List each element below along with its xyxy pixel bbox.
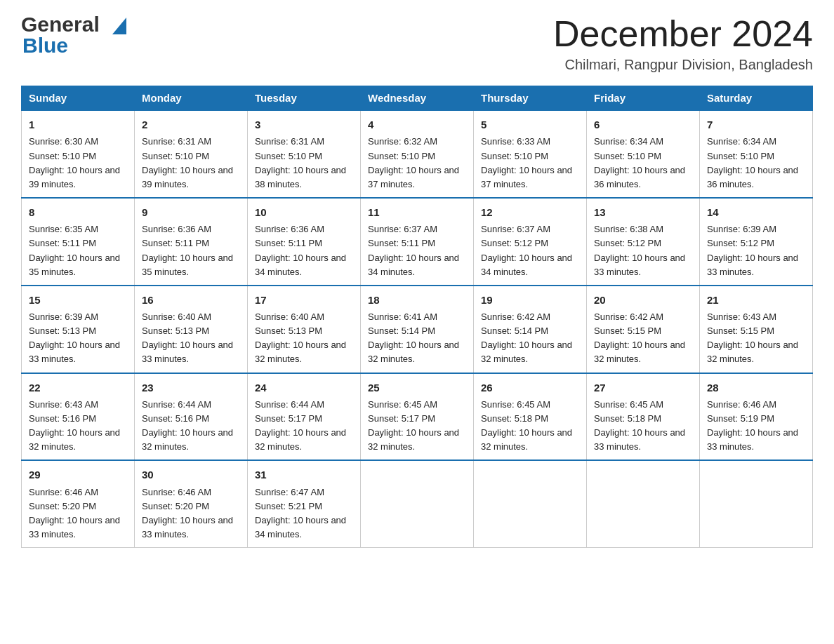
calendar-table: SundayMondayTuesdayWednesdayThursdayFrid…	[21, 86, 813, 548]
day-number: 8	[29, 204, 127, 220]
day-number: 28	[707, 380, 805, 396]
day-number: 20	[594, 292, 692, 308]
day-number: 15	[29, 292, 127, 308]
calendar-cell: 11Sunrise: 6:37 AMSunset: 5:11 PMDayligh…	[361, 198, 474, 286]
month-title: December 2024	[553, 14, 813, 54]
calendar-cell: 15Sunrise: 6:39 AMSunset: 5:13 PMDayligh…	[22, 286, 135, 373]
logo-row: General	[21, 14, 126, 35]
day-number: 5	[481, 116, 579, 133]
calendar-cell: 5Sunrise: 6:33 AMSunset: 5:10 PMDaylight…	[474, 110, 587, 198]
title-area: December 2024 Chilmari, Rangpur Division…	[553, 14, 813, 73]
col-header-wednesday: Wednesday	[361, 86, 474, 111]
calendar-week-row: 22Sunrise: 6:43 AMSunset: 5:16 PMDayligh…	[22, 373, 813, 461]
col-header-monday: Monday	[135, 86, 248, 111]
calendar-cell: 27Sunrise: 6:45 AMSunset: 5:18 PMDayligh…	[587, 373, 700, 461]
logo-general-text: General	[21, 14, 100, 35]
logo-block: General Blue	[21, 14, 133, 58]
calendar-cell: 6Sunrise: 6:34 AMSunset: 5:10 PMDaylight…	[587, 110, 700, 198]
calendar-cell: 30Sunrise: 6:46 AMSunset: 5:20 PMDayligh…	[135, 460, 248, 547]
day-number: 25	[368, 380, 466, 396]
day-number: 4	[368, 116, 466, 133]
col-header-friday: Friday	[587, 86, 700, 111]
calendar-cell: 19Sunrise: 6:42 AMSunset: 5:14 PMDayligh…	[474, 286, 587, 373]
calendar-cell: 18Sunrise: 6:41 AMSunset: 5:14 PMDayligh…	[361, 286, 474, 373]
day-number: 31	[255, 467, 353, 483]
calendar-cell: 21Sunrise: 6:43 AMSunset: 5:15 PMDayligh…	[700, 286, 813, 373]
day-number: 6	[594, 116, 692, 133]
logo-blue-text: Blue	[22, 34, 68, 58]
col-header-sunday: Sunday	[22, 86, 135, 111]
calendar-cell: 17Sunrise: 6:40 AMSunset: 5:13 PMDayligh…	[248, 286, 361, 373]
calendar-cell: 20Sunrise: 6:42 AMSunset: 5:15 PMDayligh…	[587, 286, 700, 373]
calendar-week-row: 8Sunrise: 6:35 AMSunset: 5:11 PMDaylight…	[22, 198, 813, 286]
svg-marker-0	[112, 18, 126, 34]
calendar-cell	[361, 460, 474, 547]
day-number: 14	[707, 204, 805, 220]
calendar-cell: 25Sunrise: 6:45 AMSunset: 5:17 PMDayligh…	[361, 373, 474, 461]
day-number: 16	[142, 292, 240, 308]
calendar-cell	[700, 460, 813, 547]
calendar-cell: 1Sunrise: 6:30 AMSunset: 5:10 PMDaylight…	[22, 110, 135, 198]
calendar-cell: 31Sunrise: 6:47 AMSunset: 5:21 PMDayligh…	[248, 460, 361, 547]
calendar-cell: 9Sunrise: 6:36 AMSunset: 5:11 PMDaylight…	[135, 198, 248, 286]
calendar-week-row: 29Sunrise: 6:46 AMSunset: 5:20 PMDayligh…	[22, 460, 813, 547]
day-number: 17	[255, 292, 353, 308]
calendar-cell: 4Sunrise: 6:32 AMSunset: 5:10 PMDaylight…	[361, 110, 474, 198]
day-number: 2	[142, 116, 240, 133]
day-number: 24	[255, 380, 353, 396]
col-header-tuesday: Tuesday	[248, 86, 361, 111]
day-number: 13	[594, 204, 692, 220]
page-header: General Blue December 2024 Chilmari, Ran…	[21, 14, 813, 73]
location-title: Chilmari, Rangpur Division, Bangladesh	[553, 57, 813, 73]
day-number: 10	[255, 204, 353, 220]
day-number: 23	[142, 380, 240, 396]
calendar-week-row: 15Sunrise: 6:39 AMSunset: 5:13 PMDayligh…	[22, 286, 813, 373]
day-number: 26	[481, 380, 579, 396]
logo-triangle-icon	[112, 18, 126, 34]
calendar-cell: 22Sunrise: 6:43 AMSunset: 5:16 PMDayligh…	[22, 373, 135, 461]
day-number: 21	[707, 292, 805, 308]
day-number: 12	[481, 204, 579, 220]
calendar-cell: 12Sunrise: 6:37 AMSunset: 5:12 PMDayligh…	[474, 198, 587, 286]
calendar-cell: 24Sunrise: 6:44 AMSunset: 5:17 PMDayligh…	[248, 373, 361, 461]
calendar-cell: 16Sunrise: 6:40 AMSunset: 5:13 PMDayligh…	[135, 286, 248, 373]
day-number: 18	[368, 292, 466, 308]
day-number: 11	[368, 204, 466, 220]
calendar-cell: 23Sunrise: 6:44 AMSunset: 5:16 PMDayligh…	[135, 373, 248, 461]
calendar-week-row: 1Sunrise: 6:30 AMSunset: 5:10 PMDaylight…	[22, 110, 813, 198]
day-number: 27	[594, 380, 692, 396]
calendar-cell: 2Sunrise: 6:31 AMSunset: 5:10 PMDaylight…	[135, 110, 248, 198]
calendar-cell: 28Sunrise: 6:46 AMSunset: 5:19 PMDayligh…	[700, 373, 813, 461]
calendar-cell: 10Sunrise: 6:36 AMSunset: 5:11 PMDayligh…	[248, 198, 361, 286]
day-number: 30	[142, 467, 240, 483]
calendar-cell: 13Sunrise: 6:38 AMSunset: 5:12 PMDayligh…	[587, 198, 700, 286]
calendar-cell: 7Sunrise: 6:34 AMSunset: 5:10 PMDaylight…	[700, 110, 813, 198]
calendar-cell	[474, 460, 587, 547]
calendar-cell: 14Sunrise: 6:39 AMSunset: 5:12 PMDayligh…	[700, 198, 813, 286]
day-number: 22	[29, 380, 127, 396]
day-number: 29	[29, 467, 127, 483]
day-number: 7	[707, 116, 805, 133]
day-number: 19	[481, 292, 579, 308]
day-number: 9	[142, 204, 240, 220]
calendar-cell	[587, 460, 700, 547]
day-number: 1	[29, 116, 127, 133]
calendar-header-row: SundayMondayTuesdayWednesdayThursdayFrid…	[22, 86, 813, 111]
col-header-saturday: Saturday	[700, 86, 813, 111]
col-header-thursday: Thursday	[474, 86, 587, 111]
day-number: 3	[255, 116, 353, 133]
calendar-cell: 8Sunrise: 6:35 AMSunset: 5:11 PMDaylight…	[22, 198, 135, 286]
calendar-cell: 3Sunrise: 6:31 AMSunset: 5:10 PMDaylight…	[248, 110, 361, 198]
calendar-cell: 29Sunrise: 6:46 AMSunset: 5:20 PMDayligh…	[22, 460, 135, 547]
calendar-cell: 26Sunrise: 6:45 AMSunset: 5:18 PMDayligh…	[474, 373, 587, 461]
